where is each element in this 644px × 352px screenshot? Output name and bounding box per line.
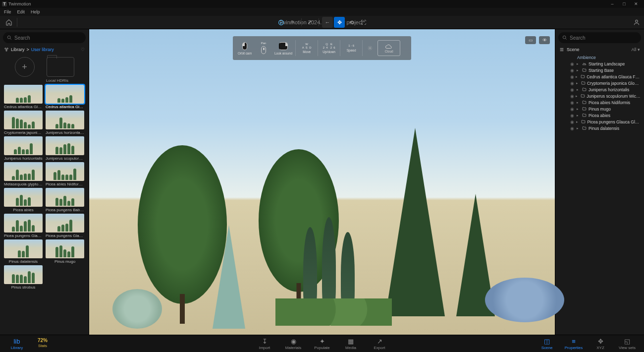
visibility-icon[interactable]: ◉ — [570, 94, 574, 99]
move-tool-icon[interactable]: ✥ — [334, 17, 345, 28]
library-thumbnail[interactable]: Cedrus atlantica Glauc… — [4, 85, 43, 109]
folder-icon — [582, 107, 587, 111]
footer-media-button[interactable]: ▦Media — [340, 338, 362, 350]
scene-search-input[interactable] — [570, 35, 637, 41]
scene-tree: Ambience◉▸Starting Landscape◉▸Starting B… — [555, 54, 644, 335]
refresh-icon[interactable]: ⟲ — [346, 17, 357, 28]
chevron-icon[interactable]: ▸ — [577, 114, 581, 117]
library-search[interactable] — [3, 32, 86, 43]
validate-icon[interactable] — [275, 17, 286, 28]
scene-node[interactable]: ◉▸Starting Landscape — [555, 60, 644, 67]
library-icon: lib — [13, 338, 20, 345]
library-thumbnail[interactable]: Metasequoia glyptostro… — [4, 162, 43, 186]
visibility-icon[interactable]: ◉ — [570, 74, 574, 79]
footer-populate-button[interactable]: ✦Populate — [311, 338, 333, 350]
library-thumbnail[interactable]: Cryptomeria japonica… — [4, 111, 43, 135]
maximize-button[interactable]: □ — [618, 0, 630, 7]
filter-all[interactable]: All ▾ — [631, 47, 640, 52]
library-thumbnail[interactable]: Picea pungens Glauca… — [46, 214, 84, 238]
scene-search[interactable] — [558, 32, 641, 43]
visibility-icon[interactable]: ◉ — [570, 61, 575, 66]
settings-icon[interactable] — [366, 46, 375, 51]
home-button[interactable] — [4, 17, 14, 27]
library-thumbnail[interactable]: Picea pungens Baby Bl… — [46, 188, 84, 212]
favorite-icon[interactable]: ♡ — [81, 47, 85, 52]
footer-label: Library — [11, 346, 23, 350]
user-icon[interactable] — [633, 19, 640, 26]
scene-node[interactable]: ◉▸Starting Base — [555, 67, 644, 73]
viewport[interactable]: Orbit cam Pan Look around W A S D Move Q… — [89, 29, 555, 335]
info-icon[interactable]: ▭ — [525, 36, 536, 44]
footer-materials-button[interactable]: ◉Materials — [282, 338, 304, 350]
library-thumbnail[interactable]: Picea abies — [4, 188, 43, 212]
visibility-icon[interactable]: ◉ — [570, 100, 575, 105]
chevron-icon[interactable]: ▸ — [577, 68, 581, 72]
chevron-icon[interactable]: ▸ — [577, 126, 581, 130]
eyedropper-icon[interactable] — [305, 17, 316, 28]
library-thumbnail[interactable]: Juniperus horizontalis… — [46, 111, 84, 135]
footer-scene-button[interactable]: ◫Scene — [536, 338, 558, 350]
cloud-button[interactable]: Cloud — [377, 40, 400, 56]
library-search-input[interactable] — [14, 35, 82, 41]
library-thumbnail[interactable]: Picea pungens Glauca… — [4, 214, 43, 238]
scene-node[interactable]: ◉▸Cryptomeria japonica Globosa… — [555, 80, 644, 86]
library-thumbnail[interactable]: Pinus dalatensis — [4, 239, 43, 264]
footer-stats-button[interactable]: 72%Stats — [32, 338, 54, 350]
menu-edit[interactable]: Edit — [17, 9, 25, 14]
visibility-icon[interactable]: 👁 — [539, 36, 550, 44]
chevron-icon[interactable]: ▸ — [576, 81, 580, 85]
local-hdris-folder[interactable]: Local HDRIs — [41, 57, 74, 83]
scene-node[interactable]: ◉▸Picea pungens Glauca Globosa — [555, 118, 644, 125]
scene-node[interactable]: ◉▸Pinus mugo — [555, 106, 644, 112]
scene-node[interactable]: ◉▸Picea abies Nidiformis — [555, 99, 644, 106]
breadcrumb-sep: > — [27, 47, 29, 52]
close-button[interactable]: ✕ — [630, 0, 642, 7]
breadcrumb-root[interactable]: Library — [11, 47, 25, 52]
scene-node[interactable]: ◉▸Cedrus atlantica Glauca Fastigiata — [555, 73, 644, 80]
chevron-icon[interactable]: ▸ — [577, 107, 581, 111]
visibility-icon[interactable]: ◉ — [570, 68, 575, 73]
footer-import-button[interactable]: ↧Import — [254, 338, 275, 350]
scene-node[interactable]: ◉▸Juniperus scopulorum Wichita B… — [555, 93, 644, 99]
expand-icon[interactable]: ⛶ — [358, 17, 369, 28]
library-thumbnail[interactable]: Pinus strobus — [4, 265, 43, 290]
chevron-icon[interactable]: ▸ — [577, 62, 581, 66]
chevron-icon[interactable]: ▸ — [576, 94, 579, 98]
library-thumbnail[interactable]: Picea abies Nidiformis — [46, 162, 84, 186]
library-thumbnail[interactable]: Juniperus horizontalis — [4, 136, 43, 161]
chevron-icon[interactable]: ▸ — [577, 101, 581, 105]
scene-node[interactable]: ◉▸Juniperus horizontalis — [555, 86, 644, 93]
visibility-icon[interactable]: ◉ — [570, 107, 575, 112]
app-brand-label: Twinmotion — [8, 1, 31, 6]
visibility-icon[interactable]: ◉ — [570, 87, 575, 92]
flag-icon[interactable]: ⚑ — [287, 17, 298, 28]
look-label: Look around — [274, 52, 292, 55]
visibility-icon[interactable]: ◉ — [570, 113, 575, 118]
chevron-icon[interactable]: ▸ — [577, 88, 581, 92]
scene-node[interactable]: ◉▸Picea abies — [555, 112, 644, 118]
node-label: Pinus mugo — [589, 107, 611, 112]
scene-node[interactable]: ◉▸Pinus dalatensis — [555, 125, 644, 131]
minimize-button[interactable]: – — [606, 0, 618, 7]
visibility-icon[interactable]: ◉ — [570, 81, 575, 86]
chevron-icon[interactable]: ▸ — [576, 75, 579, 79]
visibility-icon[interactable]: ◉ — [570, 119, 575, 124]
folder-icon — [582, 87, 587, 92]
library-thumbnail[interactable]: Juniperus scopulorum… — [46, 136, 84, 161]
back-icon[interactable]: ← — [322, 17, 333, 28]
library-thumbnail[interactable]: Cedrus atlantica Glauc… — [46, 85, 84, 109]
footer-view sets-button[interactable]: ◱View sets — [616, 338, 638, 350]
chevron-icon[interactable]: ▸ — [576, 120, 580, 124]
visibility-icon[interactable]: ◉ — [570, 126, 575, 131]
library-thumbnail[interactable]: Pinus mugo — [46, 239, 84, 264]
breadcrumb-current[interactable]: User library — [31, 47, 54, 52]
scene-node[interactable]: Ambience — [555, 54, 644, 60]
folder-icon — [582, 68, 587, 72]
footer-xyz-button[interactable]: ✥XYZ — [590, 338, 611, 350]
menu-file[interactable]: File — [4, 9, 11, 14]
menu-help[interactable]: Help — [31, 9, 40, 14]
footer-library-button[interactable]: libLibrary — [6, 338, 28, 350]
add-button[interactable]: + — [15, 57, 35, 83]
footer-export-button[interactable]: ↗Export — [369, 338, 390, 350]
footer-properties-button[interactable]: ≡Properties — [563, 338, 585, 350]
